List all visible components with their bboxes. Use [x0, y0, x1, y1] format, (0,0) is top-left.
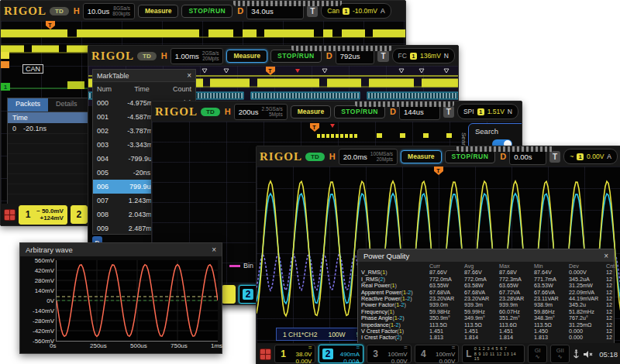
- logic-badge[interactable]: L 0 1 2 3 4 5 6 78 9 10 11 12 13 14 15: [462, 345, 525, 363]
- stoprun-button[interactable]: STOP/RUN: [334, 105, 385, 118]
- arbitrary-wave-dialog: Arbitrary wave × 560mV420mV280mV140mV0V-…: [19, 242, 222, 354]
- rigol-logo: RIGOL: [4, 5, 46, 18]
- scope-header: RIGOL TD H 1.00ms 2GSa/s20Mpts Measure S…: [88, 46, 458, 66]
- power-quality-panel: Power Quality × CurrAvgMaxMinDevCntV_RMS…: [357, 249, 615, 345]
- measure-button[interactable]: Measure: [291, 105, 332, 118]
- sample-rate: 8GSa/s: [113, 5, 130, 11]
- delay-label: D: [237, 6, 243, 15]
- sample-rate: 100MSa/s: [370, 151, 393, 156]
- tab-packets[interactable]: Packets: [8, 98, 48, 112]
- stoprun-button[interactable]: STOP/RUN: [181, 5, 232, 18]
- channel2-badge[interactable]: 2: [71, 205, 88, 224]
- timebase-box[interactable]: 10.0us 8GSa/s800kpts: [83, 3, 135, 19]
- rigol-logo: RIGOL: [260, 150, 302, 163]
- trigger-label: T: [549, 151, 560, 163]
- scope-header: RIGOL TD H 10.0us 8GSa/s800kpts Measure …: [1, 1, 405, 21]
- search-label: Search: [475, 127, 522, 136]
- horizontal-label: H: [74, 6, 80, 15]
- measure-button[interactable]: Measure: [138, 5, 179, 18]
- close-icon[interactable]: ×: [187, 71, 191, 80]
- marktable-header: NumTimeCount: [93, 82, 195, 96]
- sound-muted-icon: [583, 349, 593, 359]
- channel1-badge-partial[interactable]: [222, 285, 236, 304]
- trigger-box[interactable]: SPI 1 1.51V N: [457, 104, 518, 119]
- timebase-box[interactable]: 1.00ms 2GSa/s20Mpts: [170, 48, 224, 64]
- channel2-badge[interactable]: 2= 490mA0.00A: [319, 345, 363, 363]
- panel-title: MarkTable: [97, 72, 129, 80]
- power-quality-table: CurrAvgMaxMinDevCntV_RMS(1)87.66V87.66V8…: [358, 262, 614, 343]
- gen1-badge[interactable]: GI∿: [528, 345, 547, 363]
- arb-sine-wave: [57, 260, 218, 341]
- arb-plot: [56, 260, 218, 342]
- channel-badges: 1= 38.0V0.00V2= 490mA0.00A3= 100mV0.00V4…: [274, 345, 459, 363]
- menu-grid-icon[interactable]: [260, 349, 271, 360]
- trigger-source-icon: 1: [477, 108, 484, 115]
- trigger-status-badge: TD: [137, 52, 157, 60]
- decode-row-tag[interactable]: 1: [1, 83, 10, 91]
- scope-window-power-quality: RIGOL TD H 20.0ms 100MSa/s20Mpts Measure…: [256, 146, 620, 364]
- channel1-badge[interactable]: 1= 38.0V0.00V: [274, 345, 315, 363]
- trigger-position-strip: [355, 101, 454, 107]
- screenshot-collage: RIGOL TD H 10.0us 8GSa/s800kpts Measure …: [0, 0, 620, 364]
- close-icon[interactable]: ×: [212, 246, 216, 254]
- mem-depth: 20Mpts: [202, 56, 219, 61]
- delay-label: D: [500, 152, 506, 161]
- channel4-badge[interactable]: 4= 100mV0.00V: [415, 345, 460, 363]
- can-bus-label: CAN: [22, 64, 43, 74]
- mem-depth: 5Mpts: [269, 112, 283, 117]
- svg-text:T: T: [436, 168, 440, 173]
- trigger-source-icon: 1: [577, 153, 584, 160]
- trigger-level-marker[interactable]: [1, 61, 9, 68]
- pq-row: I Crest Factor(2)1.8131.8141.8141.8130.0…: [361, 335, 611, 341]
- trigger-label: T: [443, 106, 454, 118]
- delay-label: D: [326, 51, 332, 60]
- measure-button[interactable]: Measure: [401, 150, 442, 163]
- trigger-position-strip: [456, 146, 554, 152]
- trigger-position-strip: [233, 1, 342, 6]
- trigger-status-badge: TD: [305, 153, 325, 161]
- stoprun-button[interactable]: STOP/RUN: [270, 50, 322, 63]
- bus-color-line: [229, 265, 240, 267]
- svg-text:T: T: [312, 125, 316, 130]
- delay-label: D: [390, 107, 396, 116]
- timebase-box[interactable]: 200us 2.5GSa/s5Mpts: [234, 104, 288, 120]
- trigger-status-badge: TD: [201, 108, 220, 116]
- trigger-source-icon: 1: [410, 53, 417, 60]
- measure-button[interactable]: Measure: [226, 50, 267, 63]
- channel3-badge[interactable]: 3= 100mV0.00V: [367, 345, 412, 363]
- svg-text:T: T: [48, 22, 52, 28]
- menu-grid-icon[interactable]: [4, 209, 16, 221]
- panel-title: Power Quality: [363, 252, 409, 260]
- channel-bar: 1= 38.0V0.00V2= 490mA0.00A3= 100mV0.00V4…: [257, 343, 620, 364]
- mem-depth: 20Mpts: [377, 156, 393, 162]
- scope-header: RIGOL TD H 20.0ms 100MSa/s20Mpts Measure…: [257, 146, 620, 167]
- tab-details[interactable]: Details: [48, 98, 85, 112]
- rigol-logo: RIGOL: [91, 50, 134, 63]
- horizontal-label: H: [225, 107, 231, 116]
- horizontal-label: H: [161, 51, 167, 60]
- trigger-label: T: [377, 50, 388, 62]
- bus-format-label: Bin: [243, 262, 253, 270]
- sample-rate: 2.5GSa/s: [262, 106, 283, 112]
- clock: 05:18: [599, 350, 618, 359]
- trigger-status-badge: TD: [50, 7, 69, 15]
- svg-text:T: T: [268, 68, 272, 74]
- horizontal-label: H: [329, 152, 336, 161]
- gen2-badge[interactable]: GII∿: [550, 345, 570, 363]
- channel1-badge[interactable]: 1 ~ 50.0mV+124mV: [19, 205, 67, 225]
- trigger-position-strip: [291, 46, 392, 51]
- ac-coupling-icon: ~: [570, 153, 574, 160]
- close-icon[interactable]: ×: [604, 252, 608, 260]
- stoprun-button[interactable]: STOP/RUN: [445, 150, 496, 163]
- ch1-marker[interactable]: [1, 52, 9, 59]
- rigol-logo: RIGOL: [155, 105, 198, 118]
- dialog-title: Arbitrary wave: [26, 246, 73, 254]
- timebase-box[interactable]: 20.0ms 100MSa/s20Mpts: [339, 149, 398, 165]
- mem-depth: 800kpts: [112, 11, 130, 16]
- trigger-box[interactable]: FC 1 136mV N: [392, 48, 455, 64]
- trigger-label: T: [307, 5, 318, 17]
- trigger-box[interactable]: ~ 1 0.00V A: [563, 149, 618, 164]
- scope-header: RIGOL TD H 200us 2.5GSa/s5Mpts Measure S…: [152, 101, 522, 122]
- sample-rate: 2GSa/s: [202, 50, 219, 56]
- trigger-source-icon: 1: [343, 8, 350, 15]
